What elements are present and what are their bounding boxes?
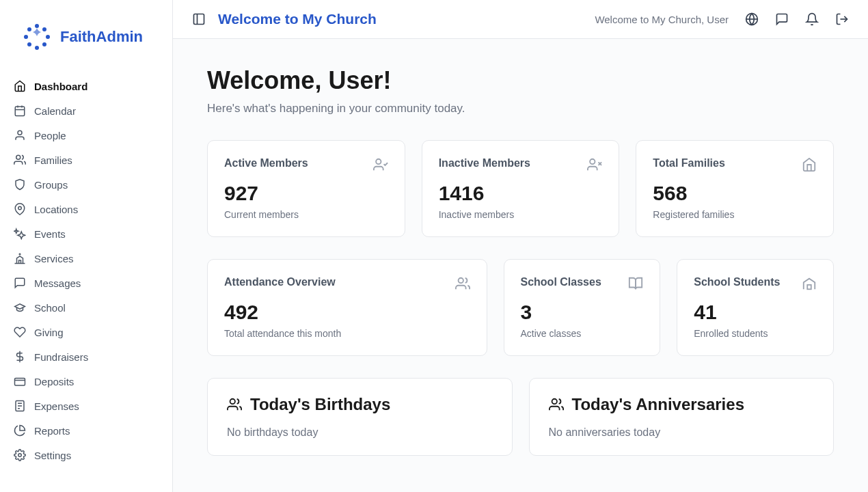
sidebar-item-giving[interactable]: Giving [10, 320, 163, 344]
calendar-icon [14, 105, 26, 117]
bell-icon[interactable] [805, 12, 819, 26]
event-empty-text: No anniversaries today [549, 426, 815, 439]
sidebar-item-calendar[interactable]: Calendar [10, 98, 163, 123]
card-desc: Inactive members [439, 209, 603, 220]
card-school-students[interactable]: School Students 41 Enrolled students [677, 259, 834, 356]
graduation-icon [14, 301, 26, 314]
svg-point-0 [35, 24, 39, 28]
card-title: Inactive Members [439, 157, 530, 169]
nav-label: Groups [34, 179, 68, 191]
card-value: 41 [694, 301, 817, 324]
sidebar-item-messages[interactable]: Messages [10, 271, 163, 295]
svg-point-14 [18, 206, 22, 210]
nav-label: Families [34, 154, 72, 166]
card-school-classes[interactable]: School Classes 3 Active classes [504, 259, 661, 356]
card-active-members[interactable]: Active Members 927 Current members [207, 140, 405, 237]
nav-label: Events [34, 228, 66, 240]
users-icon [455, 276, 470, 291]
church-icon [14, 252, 26, 264]
wallet-icon [14, 375, 26, 387]
nav-label: Fundraisers [34, 351, 88, 363]
svg-point-31 [458, 278, 463, 283]
svg-rect-8 [15, 107, 25, 116]
sidebar-nav: Dashboard Calendar People Families Group… [0, 74, 172, 467]
card-birthdays: Today's Birthdays No birthdays today [207, 378, 513, 456]
card-value: 927 [224, 182, 388, 205]
card-attendance[interactable]: Attendance Overview 492 Total attendance… [207, 259, 487, 356]
card-desc: Total attendance this month [224, 328, 470, 339]
message-icon [14, 277, 26, 289]
topbar: Welcome to My Church Welcome to My Churc… [173, 0, 868, 39]
card-desc: Active classes [521, 328, 644, 339]
card-desc: Registered families [653, 209, 817, 220]
nav-label: People [34, 130, 66, 141]
nav-label: School [34, 302, 66, 314]
shield-icon [14, 178, 26, 191]
book-icon [628, 276, 643, 291]
events-row: Today's Birthdays No birthdays today Tod… [207, 378, 834, 456]
gear-icon [14, 449, 26, 461]
sidebar-item-services[interactable]: Services [10, 246, 163, 271]
sparkle-icon [14, 228, 26, 240]
card-title: Attendance Overview [224, 276, 336, 288]
svg-point-1 [42, 27, 46, 31]
sidebar-item-deposits[interactable]: Deposits [10, 369, 163, 394]
sidebar-item-locations[interactable]: Locations [10, 197, 163, 221]
event-title: Today's Anniversaries [572, 395, 744, 414]
svg-point-13 [16, 155, 21, 159]
svg-rect-16 [15, 379, 25, 386]
sidebar-item-reports[interactable]: Reports [10, 418, 163, 443]
home-icon [14, 80, 26, 92]
sidebar-item-dashboard[interactable]: Dashboard [10, 74, 163, 98]
content: Welcome, User! Here's what's happening i… [173, 39, 868, 492]
svg-point-27 [376, 159, 381, 164]
svg-point-7 [27, 27, 31, 31]
svg-point-34 [552, 399, 556, 404]
card-desc: Enrolled students [694, 328, 817, 339]
sidebar-item-expenses[interactable]: Expenses [10, 394, 163, 418]
brand-logo[interactable]: FaithAdmin [0, 14, 172, 74]
sidebar: FaithAdmin Dashboard Calendar People Fam… [0, 0, 173, 492]
sidebar-item-groups[interactable]: Groups [10, 172, 163, 197]
svg-point-3 [42, 42, 46, 46]
nav-label: Deposits [34, 376, 74, 387]
home-icon [802, 157, 817, 172]
sidebar-item-events[interactable]: Events [10, 221, 163, 246]
card-title: Active Members [224, 157, 308, 169]
page-title: Welcome to My Church [218, 11, 377, 27]
stats-row-1: Active Members 927 Current members Inact… [207, 140, 834, 237]
user-icon [14, 129, 26, 141]
sidebar-item-families[interactable]: Families [10, 148, 163, 172]
nav-label: Giving [34, 327, 64, 338]
card-title: School Students [694, 276, 780, 288]
topbar-greeting: Welcome to My Church, User [595, 14, 729, 25]
chat-icon[interactable] [775, 12, 789, 26]
heart-icon [14, 326, 26, 338]
logout-icon[interactable] [835, 12, 849, 26]
svg-point-21 [18, 454, 22, 457]
pin-icon [14, 203, 26, 215]
globe-icon[interactable] [745, 12, 759, 26]
card-inactive-members[interactable]: Inactive Members 1416 Inactive members [422, 140, 620, 237]
user-check-icon [373, 157, 388, 172]
sidebar-item-fundraisers[interactable]: Fundraisers [10, 344, 163, 369]
receipt-icon [14, 400, 26, 412]
svg-point-33 [230, 399, 235, 404]
user-x-icon [587, 157, 602, 172]
card-title: School Classes [521, 276, 601, 288]
svg-point-5 [27, 42, 31, 46]
piechart-icon [14, 424, 26, 437]
sidebar-item-settings[interactable]: Settings [10, 443, 163, 467]
svg-point-28 [590, 159, 595, 164]
sidebar-item-school[interactable]: School [10, 295, 163, 320]
card-title: Total Families [653, 157, 725, 169]
nav-label: Settings [34, 450, 71, 461]
welcome-subtitle: Here's what's happening in your communit… [207, 102, 834, 115]
dollar-icon [14, 351, 26, 363]
nav-label: Calendar [34, 105, 76, 117]
panel-toggle-icon[interactable] [192, 12, 206, 26]
sidebar-item-people[interactable]: People [10, 123, 163, 148]
card-total-families[interactable]: Total Families 568 Registered families [636, 140, 834, 237]
card-desc: Current members [224, 209, 388, 220]
users-icon [14, 154, 26, 166]
